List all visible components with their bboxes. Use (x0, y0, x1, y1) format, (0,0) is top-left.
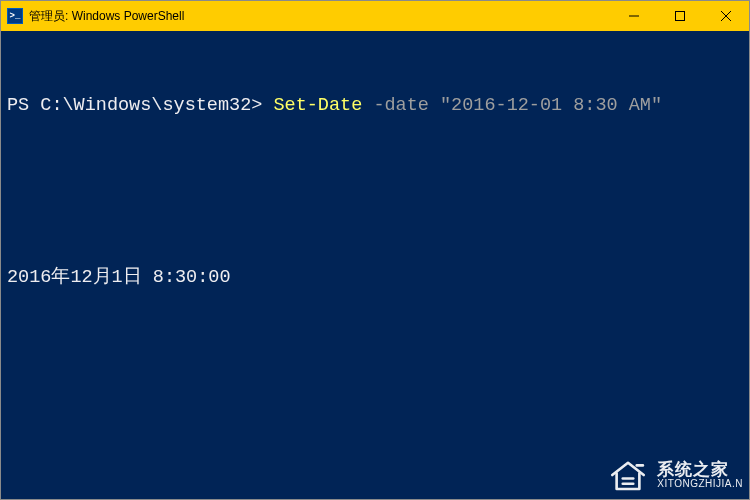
param-date: -date (373, 95, 429, 116)
string-arg: "2016-12-01 8:30 AM" (440, 95, 662, 116)
minimize-button[interactable] (611, 1, 657, 31)
prompt: PS C:\Windows\system32> (7, 95, 262, 116)
window-title: 管理员: Windows PowerShell (29, 8, 184, 25)
watermark: 系统之家 XITONGZHIJIA.N (607, 457, 743, 493)
watermark-sub: XITONGZHIJIA.N (657, 479, 743, 490)
watermark-main: 系统之家 (657, 461, 743, 479)
powershell-icon: >_ (7, 8, 23, 24)
terminal-line: PS C:\Windows\system32> Set-Date -date "… (7, 92, 743, 121)
window-controls (611, 1, 749, 31)
terminal-output: 2016年12月1日 8:30:00 (7, 264, 743, 293)
cmdlet-set-date: Set-Date (273, 95, 362, 116)
close-button[interactable] (703, 1, 749, 31)
powershell-icon-label: >_ (10, 11, 21, 21)
window-titlebar[interactable]: >_ 管理员: Windows PowerShell (1, 1, 749, 31)
terminal-blank (7, 350, 743, 379)
terminal-blank (7, 178, 743, 207)
maximize-button[interactable] (657, 1, 703, 31)
powershell-window: >_ 管理员: Windows PowerShell PS C:\Windows… (0, 0, 750, 500)
house-icon (607, 457, 649, 493)
watermark-text: 系统之家 XITONGZHIJIA.N (657, 461, 743, 489)
terminal-body[interactable]: PS C:\Windows\system32> Set-Date -date "… (1, 31, 749, 499)
svg-rect-1 (676, 12, 685, 21)
